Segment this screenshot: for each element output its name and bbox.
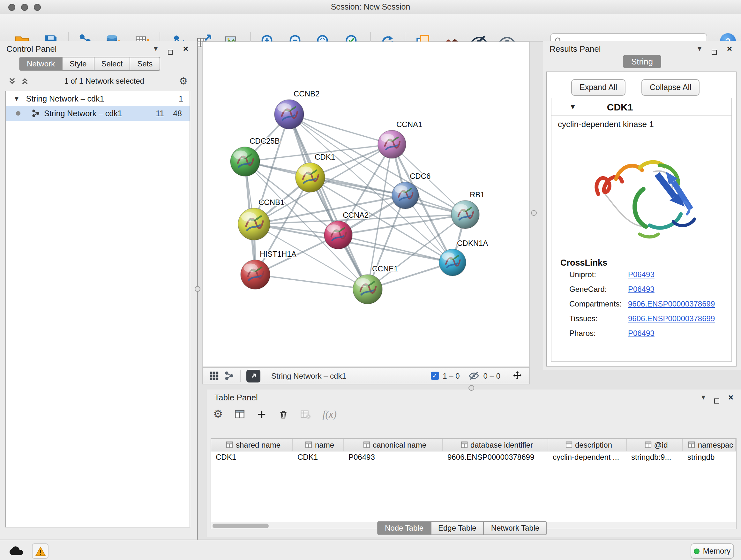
node-count: 11 — [156, 109, 164, 118]
crosslink-link[interactable]: P06493 — [628, 285, 655, 294]
expand-all-button[interactable]: Expand All — [571, 79, 625, 96]
collapse-panel-button[interactable]: ▾ — [154, 45, 158, 52]
control-panel-tabs: NetworkStyleSelectSets — [19, 57, 160, 71]
network-node-CCNA2[interactable] — [324, 221, 352, 249]
network-node-CDC25B[interactable] — [230, 147, 260, 176]
network-node-CCNA1[interactable] — [378, 130, 406, 159]
left-splitter-handle[interactable] — [195, 286, 200, 292]
close-panel-button[interactable]: × — [728, 392, 733, 402]
column-header-database-identifier[interactable]: database identifier — [443, 439, 548, 451]
node-label-HIST1H1A: HIST1H1A — [260, 250, 296, 258]
collection-label: String Network – cdk1 — [26, 94, 105, 103]
node-label-CCNA1: CCNA1 — [396, 120, 422, 129]
tab-network-table[interactable]: Network Table — [484, 521, 547, 535]
network-edge[interactable] — [289, 114, 392, 144]
crosslink-link[interactable]: P06493 — [628, 270, 655, 279]
tab-sets[interactable]: Sets — [130, 57, 160, 71]
right-splitter-handle[interactable] — [531, 210, 537, 216]
table-cell: CDK1 — [293, 451, 344, 463]
gene-section: ▼ CDK1 cyclin-dependent kinase 1 — [551, 98, 732, 362]
chevrons-down-icon[interactable] — [8, 77, 17, 85]
tab-network[interactable]: Network — [19, 57, 63, 71]
edge-count: 48 — [173, 109, 182, 118]
cloud-icon[interactable] — [8, 545, 24, 556]
tab-node-table[interactable]: Node Table — [377, 521, 431, 535]
network-node-CDC6[interactable] — [392, 182, 419, 209]
table-settings-gear-icon[interactable]: ⚙ — [213, 408, 223, 421]
tab-string[interactable]: String — [623, 55, 661, 68]
gene-header[interactable]: ▼ CDK1 — [551, 98, 731, 116]
memory-button[interactable]: Memory — [690, 543, 734, 559]
network-edge[interactable] — [338, 235, 453, 262]
float-icon — [714, 398, 719, 403]
chevrons-up-icon[interactable] — [20, 77, 29, 85]
float-panel-button[interactable] — [714, 395, 719, 406]
network-node-CCNB2[interactable] — [274, 100, 304, 129]
network-node-RB1[interactable] — [451, 200, 479, 229]
function-builder-button[interactable]: f(x) — [323, 408, 337, 420]
gene-symbol: CDK1 — [607, 101, 633, 112]
column-header-canonical-name[interactable]: canonical name — [344, 439, 443, 451]
main-toolbar: ? — [0, 14, 741, 42]
crosslink-link[interactable]: 9606.ENSP00000378699 — [628, 314, 715, 323]
warnings-button[interactable] — [32, 543, 49, 559]
network-row[interactable]: String Network – cdk1 11 48 — [6, 106, 190, 121]
collapse-triangle-icon[interactable]: ▼ — [569, 103, 576, 111]
selected-checkbox[interactable]: ✓ — [430, 372, 439, 380]
close-panel-button[interactable]: × — [183, 44, 188, 54]
column-header-name[interactable]: name — [293, 439, 344, 451]
hidden-counts: 0 – 0 — [483, 371, 500, 380]
collapse-panel-button[interactable]: ▾ — [697, 45, 701, 52]
delete-column-trash-icon[interactable] — [279, 409, 289, 419]
hidden-eye-icon[interactable] — [469, 370, 480, 381]
control-panel-title: Control Panel — [6, 44, 57, 54]
expand-triangle-icon[interactable]: ▼ — [13, 95, 20, 102]
network-graph: CCNB2CCNA1CDC25BCDK1CDC6RB1CCNB1CCNA2CDK… — [203, 42, 529, 367]
network-edge[interactable] — [289, 114, 367, 289]
scrollbar-thumb[interactable] — [212, 523, 269, 528]
network-node-CDKN1A[interactable] — [439, 249, 466, 276]
crosslink-link[interactable]: P06493 — [628, 329, 655, 338]
network-collection-row[interactable]: ▼ String Network – cdk1 1 — [6, 91, 190, 106]
column-header-namespac[interactable]: namespac — [683, 439, 736, 451]
table-row[interactable]: CDK1CDK1P064939606.ENSP00000378699cyclin… — [211, 451, 736, 463]
pan-move-icon[interactable] — [512, 370, 523, 381]
tab-select[interactable]: Select — [94, 57, 130, 71]
network-share-icon — [32, 109, 40, 118]
close-panel-button[interactable]: × — [727, 44, 732, 54]
table-cell: cyclin-dependent ... — [548, 451, 627, 463]
column-header-description[interactable]: description — [548, 439, 627, 451]
collapse-panel-button[interactable]: ▾ — [701, 393, 705, 401]
grid-view-icon[interactable] — [209, 371, 219, 381]
network-edge[interactable] — [255, 274, 367, 289]
title-bar: Session: New Session — [0, 0, 741, 15]
network-node-CCNB1[interactable] — [238, 208, 270, 240]
gear-icon[interactable]: ⚙ — [179, 75, 188, 87]
open-in-window-button[interactable] — [246, 369, 260, 382]
column-header-shared-name[interactable]: shared name — [211, 439, 293, 451]
delete-table-icon[interactable] — [300, 409, 311, 420]
selection-summary: 1 of 1 Network selected — [29, 77, 179, 85]
bottom-splitter-handle[interactable] — [468, 385, 474, 391]
collapse-all-button[interactable]: Collapse All — [642, 79, 700, 96]
float-panel-button[interactable] — [168, 46, 173, 57]
column-label: @id — [654, 440, 668, 449]
crosslink-row: Compartments:9606.ENSP00000378699 — [569, 300, 731, 308]
add-column-icon[interactable] — [257, 409, 267, 419]
tab-edge-table[interactable]: Edge Table — [431, 521, 484, 535]
table-cell: 9606.ENSP00000378699 — [443, 451, 548, 463]
network-canvas[interactable]: CCNB2CCNA1CDC25BCDK1CDC6RB1CCNB1CCNA2CDK… — [202, 42, 530, 367]
table-cell: CDK1 — [211, 451, 293, 463]
tab-style[interactable]: Style — [63, 57, 94, 71]
birdseye-share-icon[interactable] — [225, 371, 234, 381]
crosslinks-list: Uniprot:P06493GeneCard:P06493Compartment… — [551, 270, 731, 338]
columns-icon[interactable] — [234, 409, 246, 420]
crosslink-link[interactable]: 9606.ENSP00000378699 — [628, 300, 715, 308]
network-node-CCNE1[interactable] — [353, 274, 382, 304]
column-header--id[interactable]: @id — [627, 439, 683, 451]
network-node-HIST1H1A[interactable] — [241, 260, 270, 289]
network-node-CDK1[interactable] — [295, 163, 325, 192]
float-panel-button[interactable] — [712, 46, 717, 57]
results-panel: Results Panel ▾ × String Expand All Coll… — [543, 41, 741, 370]
results-panel-title: Results Panel — [549, 44, 601, 54]
